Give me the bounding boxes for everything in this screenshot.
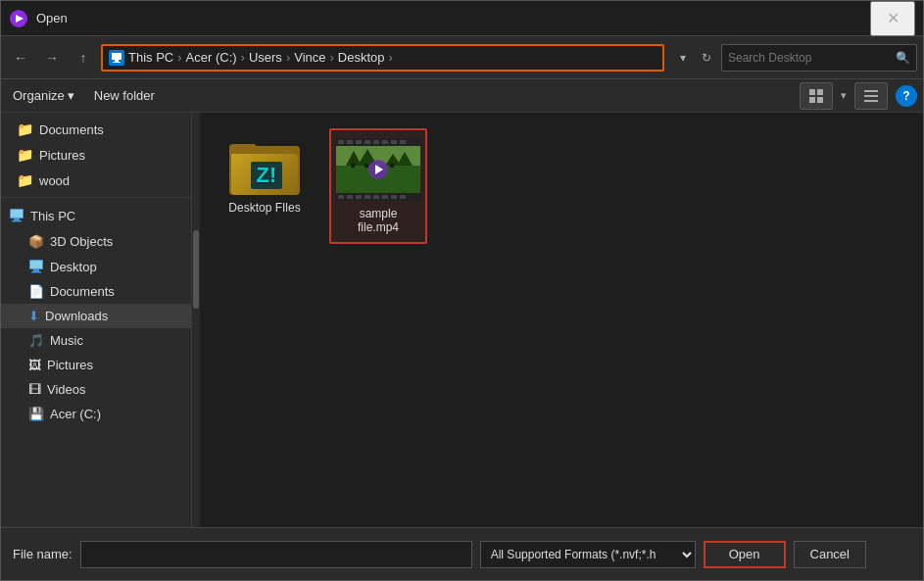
path-segment-5[interactable]: Desktop — [338, 50, 385, 65]
svg-rect-26 — [351, 164, 355, 168]
videos-icon: 🎞 — [28, 382, 41, 397]
sidebar-item-music[interactable]: 🎵 Music — [1, 328, 191, 353]
sidebar-item-wood[interactable]: 📁 wood — [1, 168, 191, 193]
svg-rect-28 — [390, 164, 394, 168]
open-button[interactable]: Open — [704, 541, 786, 568]
video-thumbnail — [336, 138, 420, 201]
file-item-desktop-files[interactable]: Z! Desktop FIles — [216, 128, 314, 244]
file-label: sample file.mp4 — [339, 207, 417, 234]
path-segment-1[interactable]: This PC — [128, 50, 173, 65]
dialog-title: Open — [36, 11, 870, 25]
sidebar-item-pictures[interactable]: 🖼 Pictures — [1, 353, 191, 377]
folder-icon: 📁 — [17, 147, 33, 163]
address-dropdown-button[interactable]: ▾ — [672, 47, 694, 69]
file-label: Desktop FIles — [228, 201, 300, 215]
sidebar-label: Documents — [50, 284, 115, 299]
filename-input[interactable] — [80, 541, 472, 568]
path-pc-icon — [109, 50, 124, 66]
address-bar[interactable]: This PC › Acer (C:) › Users › Vince › De… — [101, 44, 664, 72]
sidebar-label: Pictures — [47, 358, 93, 372]
sidebar-label: Acer (C:) — [50, 407, 101, 421]
folder-icon: 📁 — [17, 172, 33, 188]
svg-rect-9 — [864, 90, 878, 92]
folder-thumbnail: Z! — [229, 136, 300, 195]
new-folder-label: New folder — [94, 88, 155, 103]
folder-icon: 📁 — [17, 121, 33, 137]
file-area: Z! Desktop FIles — [200, 113, 923, 527]
sidebar-item-pictures-fav[interactable]: 📁 Pictures — [1, 142, 191, 168]
filetype-select[interactable]: All Supported Formats (*.nvf;*.h — [480, 541, 696, 568]
refresh-button[interactable]: ↻ — [696, 47, 717, 69]
download-icon: ⬇ — [28, 309, 39, 323]
help-button[interactable]: ? — [896, 85, 917, 107]
svg-rect-15 — [11, 210, 23, 218]
favorites-section: 📁 Documents 📁 Pictures 📁 wood — [1, 117, 191, 193]
sidebar-label: Documents — [39, 122, 104, 137]
up-button[interactable]: ↑ — [70, 44, 97, 72]
filename-label: File name: — [13, 547, 73, 561]
pictures-icon: 🖼 — [28, 358, 41, 372]
file-item-sample-mp4[interactable]: sample file.mp4 — [329, 128, 427, 244]
sidebar-item-desktop[interactable]: Desktop — [1, 254, 191, 279]
this-pc-group[interactable]: This PC — [1, 202, 191, 229]
desktop-icon — [28, 259, 44, 274]
cancel-button[interactable]: Cancel — [794, 541, 866, 568]
svg-rect-2 — [112, 53, 122, 60]
svg-rect-18 — [31, 271, 41, 273]
doc-icon: 📄 — [28, 284, 44, 299]
sidebar-label: 3D Objects — [50, 234, 113, 249]
sidebar-item-videos[interactable]: 🎞 Videos — [1, 377, 191, 402]
svg-rect-19 — [30, 261, 42, 268]
view-icon-button[interactable] — [800, 82, 833, 110]
forward-button[interactable]: → — [38, 44, 66, 72]
sidebar-item-documents-fav[interactable]: 📁 Documents — [1, 117, 191, 142]
view-dropdown-arrow[interactable]: ▾ — [841, 89, 847, 102]
path-segment-2[interactable]: Acer (C:) — [186, 50, 237, 65]
sidebar-scrollbar-thumb[interactable] — [193, 230, 199, 309]
play-overlay-icon — [368, 160, 388, 179]
drive-icon: 💾 — [28, 407, 44, 421]
this-pc-label: This PC — [30, 209, 75, 223]
address-path: This PC › Acer (C:) › Users › Vince › De… — [128, 50, 657, 65]
back-button[interactable]: ← — [7, 44, 34, 72]
sidebar-label: Pictures — [39, 148, 85, 163]
svg-rect-8 — [817, 97, 823, 103]
search-input[interactable] — [728, 51, 892, 65]
sidebar-item-documents[interactable]: 📄 Documents — [1, 279, 191, 304]
svg-rect-3 — [115, 60, 119, 62]
organize-menu[interactable]: Organize ▾ — [7, 84, 80, 107]
organize-arrow: ▾ — [68, 88, 74, 103]
3d-icon: 📦 — [28, 234, 44, 249]
bottom-bar: File name: All Supported Formats (*.nvf;… — [1, 527, 923, 580]
sidebar-label: Downloads — [45, 309, 108, 323]
sidebar-label: Desktop — [50, 260, 97, 274]
toolbar: ← → ↑ This PC › Acer (C:) › Users › Vinc… — [1, 36, 923, 79]
menu-bar: Organize ▾ New folder ▾ ? — [1, 79, 923, 113]
svg-rect-5 — [809, 89, 815, 95]
pc-icon — [9, 208, 24, 223]
sidebar-label: wood — [39, 173, 70, 188]
svg-rect-10 — [864, 95, 878, 97]
path-segment-3[interactable]: Users — [249, 50, 282, 65]
svg-rect-13 — [14, 218, 20, 220]
content-area: 📁 Documents 📁 Pictures 📁 wood — [1, 113, 923, 527]
title-bar: Open ✕ — [1, 1, 923, 36]
sidebar-item-3dobjects[interactable]: 📦 3D Objects — [1, 229, 191, 254]
svg-rect-14 — [12, 220, 22, 222]
music-icon: 🎵 — [28, 333, 44, 348]
sidebar-item-downloads[interactable]: ⬇ Downloads — [1, 304, 191, 328]
sidebar-item-acer-c[interactable]: 💾 Acer (C:) — [1, 402, 191, 426]
open-dialog: Open ✕ ← → ↑ This PC › Acer (C:) › Users… — [0, 0, 924, 581]
sidebar: 📁 Documents 📁 Pictures 📁 wood — [1, 113, 192, 527]
path-segment-4[interactable]: Vince — [294, 50, 325, 65]
search-box[interactable]: 🔍 — [721, 44, 917, 72]
close-button[interactable]: ✕ — [870, 1, 915, 36]
svg-rect-7 — [809, 97, 815, 103]
list-view-button[interactable] — [854, 82, 888, 110]
sidebar-divider — [1, 197, 191, 198]
new-folder-button[interactable]: New folder — [88, 84, 161, 107]
organize-label: Organize — [13, 88, 65, 103]
sidebar-label: Music — [50, 333, 83, 348]
app-icon — [9, 9, 28, 28]
sidebar-scrollbar[interactable] — [192, 113, 200, 527]
